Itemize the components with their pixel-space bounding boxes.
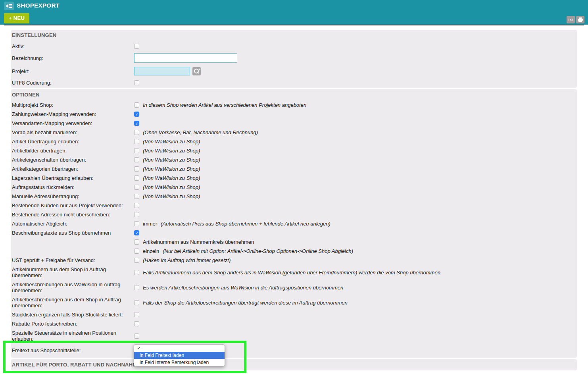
- projekt-label: Projekt:: [12, 68, 134, 74]
- printer-icon: [578, 17, 583, 22]
- option-row-label: Multiprojekt Shop:: [12, 102, 134, 108]
- option-note: Falls Artikelnummern aus dem Shop anders…: [143, 270, 440, 276]
- row-bezeichnung: Bezeichnung:: [11, 52, 577, 64]
- checkbox[interactable]: [134, 121, 139, 126]
- option-note: In diesem Shop werden Artikel aus versch…: [143, 102, 306, 108]
- checkbox[interactable]: [134, 239, 139, 245]
- dropdown-option[interactable]: in Feld Freitext laden: [134, 352, 225, 359]
- bezeichnung-label: Bezeichnung:: [12, 55, 134, 61]
- checkbox[interactable]: [134, 203, 139, 208]
- checkbox[interactable]: [134, 270, 139, 275]
- freitext-dropdown-menu: ✓ in Feld Freitext laden in Feld Interne…: [134, 344, 225, 366]
- option-row-label: Beschreibungstexte aus Shop übernehmen: [12, 230, 134, 236]
- checkbox[interactable]: [134, 166, 139, 172]
- checkbox[interactable]: [134, 112, 139, 117]
- option-row-label: Spezielle Steuersätze in einzelnen Posit…: [12, 330, 134, 342]
- checkbox[interactable]: [134, 285, 139, 290]
- checkbox[interactable]: [134, 312, 139, 317]
- dropdown-option-selected[interactable]: ✓: [134, 345, 225, 352]
- option-row-label: Rabatte Porto festschreiben:: [12, 321, 134, 327]
- option-row: Vorab als bezahlt markieren:(Ohne Vorkas…: [11, 128, 577, 137]
- checkbox[interactable]: [134, 230, 139, 235]
- checkbox[interactable]: [134, 258, 139, 263]
- dropdown-option[interactable]: in Feld Interne Bemerkung laden: [134, 359, 225, 366]
- checkbox[interactable]: [134, 300, 139, 305]
- option-row-label: Zahlungweisen-Mapping verwenden:: [12, 111, 134, 117]
- checkbox[interactable]: [134, 194, 139, 199]
- checkbox[interactable]: [134, 221, 139, 226]
- section-optionen: OPTIONEN Multiprojekt Shop:In diesem Sho…: [11, 89, 577, 358]
- top-bar: SHOPEXPORT + NEU TXT: [0, 0, 588, 25]
- option-pre-text: immer: [143, 221, 157, 227]
- option-row: Auftragsstatus rückmelden:(Von WaWision …: [11, 183, 577, 192]
- checkbox[interactable]: [134, 334, 139, 339]
- projekt-input[interactable]: [134, 67, 190, 75]
- txt-icon: TXT: [568, 18, 574, 21]
- option-note: (Automatisch Preis aus Shop übernehmen +…: [161, 221, 331, 227]
- new-button[interactable]: + NEU: [4, 13, 29, 23]
- print-button[interactable]: [576, 16, 584, 23]
- option-row: Automatischer Abgleich:immer(Automatisch…: [11, 219, 577, 228]
- option-row-label: Stücklisten ergänzen falls Shop Stücklis…: [12, 312, 134, 318]
- option-row-label: UST geprüft + Freigabe für Versand:: [12, 257, 134, 263]
- checkbox[interactable]: [134, 139, 139, 144]
- back-menu-icon[interactable]: [4, 2, 14, 10]
- option-row: Manuelle Adressübertragung:(Von WaWision…: [11, 192, 577, 201]
- row-freitext: Freitext aus Shopschnittstelle:: [11, 343, 577, 358]
- option-row: Rabatte Porto festschreiben:: [11, 319, 577, 328]
- back-arrow-icon: [6, 4, 8, 8]
- option-row: Zahlungweisen-Mapping verwenden:: [11, 110, 577, 119]
- option-note: (Von WaWision zu Shop): [143, 193, 200, 199]
- txt-export-button[interactable]: TXT: [567, 16, 575, 23]
- option-row: Artikeleigenschaften übertragen:(Von WaW…: [11, 155, 577, 164]
- aktiv-label: Aktiv:: [12, 43, 134, 49]
- option-note: (Von WaWision zu Shop): [143, 175, 200, 181]
- checkbox[interactable]: [134, 321, 139, 326]
- option-row: Artikelkategorien übertragen:(Von WaWisi…: [11, 164, 577, 174]
- option-note: (Von WaWision zu Shop): [143, 184, 200, 190]
- option-note: (Von WaWision zu Shop): [143, 139, 200, 145]
- option-note: (Von WaWision zu Shop): [143, 148, 200, 154]
- option-note: (Nur bei Artikeln mit Option: Artikel->O…: [163, 248, 353, 254]
- checkbox[interactable]: [134, 148, 139, 153]
- option-row-label: Artikelbeschreibungen aus WaWision in Au…: [12, 281, 134, 293]
- checkbox[interactable]: [134, 212, 139, 217]
- bezeichnung-input[interactable]: [134, 53, 237, 63]
- utf8-checkbox[interactable]: [134, 80, 139, 85]
- option-row: Bestehende Kunden nur aus Projekt verwen…: [11, 201, 577, 210]
- option-row-label: Auftragsstatus rückmelden:: [12, 184, 134, 190]
- option-row-label: Versandarten-Mapping verwenden:: [12, 120, 134, 126]
- option-row: UST geprüft + Freigabe für Versand:(Hake…: [11, 256, 577, 265]
- option-note: (Von WaWision zu Shop): [143, 166, 200, 172]
- row-aktiv: Aktiv:: [11, 41, 577, 52]
- aktiv-checkbox[interactable]: [134, 44, 139, 49]
- option-row-label: Artikel Übertragung erlauben:: [12, 139, 134, 145]
- option-row-label: Artikelbilder übertragen:: [12, 148, 134, 154]
- section-title-optionen: OPTIONEN: [11, 89, 577, 100]
- option-row: Stücklisten ergänzen falls Shop Stücklis…: [11, 310, 577, 319]
- option-row-label: Bestehende Kunden nur aus Projekt verwen…: [12, 202, 134, 208]
- projekt-search-button[interactable]: +: [192, 67, 201, 75]
- option-row: Artikel Übertragung erlauben:(Von WaWisi…: [11, 137, 577, 146]
- option-row-label: Artikelbeschreibungen aus dem Shop in Au…: [12, 297, 134, 308]
- option-row: Artikelbilder übertragen:(Von WaWision z…: [11, 146, 577, 155]
- option-row-label: Artikeleigenschaften übertragen:: [12, 157, 134, 163]
- checkbox[interactable]: [134, 185, 139, 190]
- checkbox[interactable]: [134, 175, 139, 181]
- checkbox[interactable]: [134, 102, 139, 108]
- section-einstellungen: EINSTELLUNGEN Aktiv: Bezeichnung: Projek…: [11, 30, 577, 88]
- option-note: (Ohne Vorkasse, Bar, Nachnahme und Rechn…: [143, 129, 258, 135]
- checkbox[interactable]: [134, 249, 139, 254]
- section-artikel-porto: ARTIKEL FÜR PORTO, RABATT UND NACHNAHMEG…: [11, 359, 577, 370]
- option-row-label: Vorab als bezahlt markieren:: [12, 129, 134, 135]
- option-row: Beschreibungstexte aus Shop übernehmen: [11, 228, 577, 237]
- section-title-einstellungen: EINSTELLUNGEN: [11, 30, 577, 41]
- option-pre-text: Artikelnummern aus Nummernkreis übernehm…: [143, 239, 254, 245]
- option-row: Versandarten-Mapping verwenden:: [11, 119, 577, 128]
- option-note: (Von WaWision zu Shop): [143, 157, 200, 163]
- checkbox[interactable]: [134, 157, 139, 162]
- option-row: Artikelnummern aus Nummernkreis übernehm…: [11, 237, 577, 247]
- row-projekt: Projekt: +: [11, 64, 577, 78]
- row-utf8: UTF8 Codierung:: [11, 78, 577, 88]
- checkbox[interactable]: [134, 130, 139, 135]
